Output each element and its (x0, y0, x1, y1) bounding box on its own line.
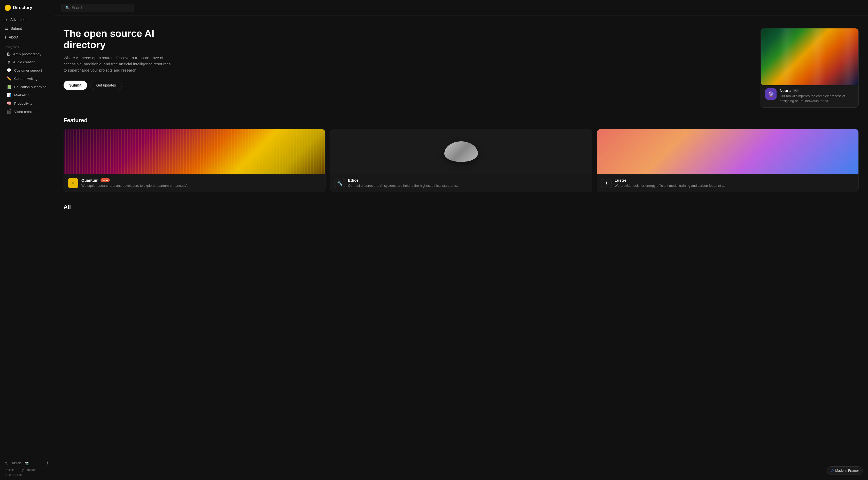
ad-title-row: Neura Ad (780, 88, 854, 93)
marketing-icon: 📊 (7, 93, 11, 97)
framer-badge-label: Made in Framer (835, 469, 859, 473)
lustre-desc: We provide tools for energy-efficient mo… (615, 183, 854, 188)
ad-description: Our toolkit simplifies the complex proce… (780, 94, 854, 103)
logo-icon: ⚡ (5, 5, 11, 11)
buy-template-link[interactable]: Buy template (18, 468, 36, 472)
quantum-new-badge: New (100, 178, 110, 182)
sidebar-nav: ▷ Advertise ☰ Submit ℹ About (0, 16, 54, 41)
lustre-name: Lustre (615, 178, 626, 182)
sidebar-about-label: About (9, 35, 18, 39)
ethos-info: Ethos Our tool ensures that AI systems a… (348, 178, 588, 188)
ethos-logo: 🔧 (335, 178, 345, 188)
lustre-body: ✦ Lustre We provide tools for energy-eff… (597, 174, 859, 192)
twitter-icon[interactable]: 𝕏 (5, 461, 8, 466)
support-icon: 💬 (7, 68, 11, 72)
sidebar-footer: 𝕏 TikTok 📷 ☀ Policies Buy template © 202… (0, 457, 54, 480)
ad-info: Neura Ad Our toolkit simplifies the comp… (780, 88, 854, 103)
about-icon: ℹ (5, 35, 6, 39)
cat-edu-label: Education & learning (14, 85, 46, 89)
ethos-name-row: Ethos (348, 178, 588, 182)
cat-support-label: Customer support (14, 68, 42, 72)
featured-card-ethos[interactable]: 🔧 Ethos Our tool ensures that AI systems… (330, 129, 592, 192)
lustre-logo: ✦ (601, 178, 612, 188)
sidebar-logo[interactable]: ⚡ Directory (0, 5, 54, 16)
quantum-name: Quantum (82, 178, 98, 182)
quantum-info: Quantum New We equip researchers, and de… (82, 178, 321, 188)
all-section-title: All (54, 202, 868, 215)
education-icon: 📗 (7, 85, 11, 89)
productivity-icon: 🧠 (7, 101, 11, 106)
quantum-logo: ✳ (68, 178, 78, 188)
quantum-image (64, 129, 325, 174)
topbar: 🔍 (54, 0, 868, 16)
instagram-icon[interactable]: 📷 (25, 461, 29, 466)
sidebar-links: Policies Buy template (5, 468, 49, 472)
featured-section: Featured ✳ Quantum New We equip research… (54, 117, 868, 202)
ethos-image (331, 129, 592, 174)
ad-card[interactable]: 🔮 Neura Ad Our toolkit simplifies the co… (761, 85, 859, 108)
search-input[interactable] (72, 6, 130, 10)
sidebar-item-art-photography[interactable]: 🖼 Art & photography (2, 50, 52, 58)
sidebar-item-marketing[interactable]: 📊 Marketing (2, 91, 52, 99)
main-content: 🔍 The open source AI directory Where AI … (54, 0, 868, 480)
lustre-info: Lustre We provide tools for energy-effic… (615, 178, 854, 188)
search-wrap[interactable]: 🔍 (61, 4, 134, 12)
ethos-shape (444, 141, 478, 162)
sidebar-item-video-creation[interactable]: 🎬 Video creation (2, 108, 52, 116)
advertise-icon: ▷ (5, 17, 8, 22)
hero-subtitle: Where AI meets open source. Discover a t… (64, 55, 172, 73)
hero-left: The open source AI directory Where AI me… (64, 28, 198, 90)
updates-button[interactable]: Get updates (90, 81, 122, 90)
cat-productivity-label: Productivity (14, 101, 32, 106)
featured-title: Featured (64, 117, 859, 124)
lustre-name-row: Lustre (615, 178, 854, 182)
theme-toggle[interactable]: ☀ (46, 461, 49, 466)
framer-icon: ⬡ (831, 469, 834, 473)
cat-marketing-label: Marketing (14, 93, 29, 97)
writing-icon: ✏️ (7, 76, 11, 81)
sidebar-item-education-learning[interactable]: 📗 Education & learning (2, 83, 52, 91)
art-icon: 🖼 (7, 52, 10, 56)
tiktok-icon[interactable]: TikTok (11, 461, 21, 465)
featured-grid: ✳ Quantum New We equip researchers, and … (64, 129, 859, 192)
cat-video-label: Video creation (14, 110, 36, 114)
search-icon: 🔍 (65, 6, 70, 10)
ad-image (761, 28, 859, 85)
sidebar-item-audio-creation[interactable]: 🎙 Audio creation (2, 58, 52, 66)
lustre-image (597, 129, 859, 174)
ad-logo-icon: 🔮 (768, 91, 774, 97)
policies-link[interactable]: Policies (5, 468, 15, 472)
featured-card-lustre[interactable]: ✦ Lustre We provide tools for energy-eff… (597, 129, 859, 192)
copyright: © 2024, Leap (5, 473, 49, 476)
cat-writing-label: Content writing (14, 77, 37, 81)
video-icon: 🎬 (7, 109, 11, 114)
ethos-name: Ethos (348, 178, 359, 182)
sidebar-item-about[interactable]: ℹ About (2, 33, 52, 41)
framer-badge[interactable]: ⬡ Made in Framer (827, 466, 863, 475)
sidebar-submit-label: Submit (10, 26, 22, 30)
categories-label: Categories (0, 41, 54, 50)
cat-audio-label: Audio creation (13, 60, 35, 64)
hero-title: The open source AI directory (64, 28, 198, 51)
ethos-ball (457, 129, 465, 129)
sidebar: ⚡ Directory ▷ Advertise ☰ Submit ℹ About… (0, 0, 54, 480)
sidebar-item-advertise[interactable]: ▷ Advertise (2, 16, 52, 24)
ad-badge: Ad (793, 89, 799, 92)
submit-button[interactable]: Submit (64, 81, 87, 90)
sidebar-title: Directory (13, 5, 32, 10)
featured-card-quantum[interactable]: ✳ Quantum New We equip researchers, and … (64, 129, 326, 192)
sidebar-item-customer-support[interactable]: 💬 Customer support (2, 66, 52, 74)
sidebar-item-content-writing[interactable]: ✏️ Content writing (2, 74, 52, 83)
cat-art-label: Art & photography (13, 52, 41, 56)
sidebar-item-submit[interactable]: ☰ Submit (2, 24, 52, 33)
ad-name: Neura (780, 88, 791, 93)
hero-right: 🔮 Neura Ad Our toolkit simplifies the co… (761, 28, 859, 108)
sidebar-advertise-label: Advertise (10, 18, 25, 22)
audio-icon: 🎙 (7, 60, 10, 64)
quantum-body: ✳ Quantum New We equip researchers, and … (64, 174, 325, 192)
ethos-body: 🔧 Ethos Our tool ensures that AI systems… (331, 174, 592, 192)
ad-logo: 🔮 (765, 88, 777, 100)
quantum-desc: We equip researchers, and developers to … (82, 183, 321, 188)
sidebar-item-productivity[interactable]: 🧠 Productivity (2, 99, 52, 108)
hero-actions: Submit Get updates (64, 81, 198, 90)
